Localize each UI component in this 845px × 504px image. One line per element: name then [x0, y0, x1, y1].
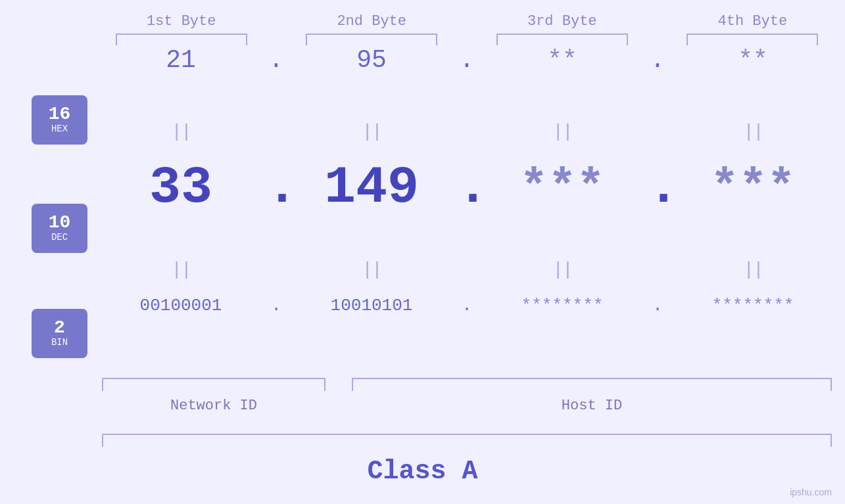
hex-dot2: .	[457, 46, 477, 74]
bin-b3: ********	[490, 296, 635, 315]
byte4-label: 4th Byte	[673, 13, 832, 30]
dec-b4: ***	[681, 161, 825, 215]
dec-row: 33 . 149 . *** . ***	[102, 158, 832, 218]
main-container: 1st Byte 2nd Byte 3rd Byte 4th Byte 16 H…	[0, 0, 845, 504]
class-label: Class A	[0, 457, 845, 486]
dec-badge-label: DEC	[51, 232, 68, 243]
dec-badge: 10 DEC	[32, 204, 87, 253]
watermark: ipshu.com	[790, 487, 832, 497]
dec-dot3: .	[648, 158, 667, 218]
bin-b2: 10010101	[299, 296, 444, 315]
hex-badge-label: HEX	[51, 124, 68, 135]
sep2-b4: ||	[681, 260, 825, 280]
byte2-header: 2nd Byte	[293, 13, 451, 45]
sep2-b3: ||	[490, 260, 635, 280]
sep2-b1: ||	[109, 260, 253, 280]
byte4-bracket	[687, 34, 818, 45]
byte4-header: 4th Byte	[673, 13, 832, 45]
separator-row-2: || || || ||	[102, 260, 832, 280]
network-bracket	[102, 378, 326, 391]
bin-b4: ********	[681, 296, 825, 315]
bin-badge-label: BIN	[51, 337, 68, 348]
dec-dot2: .	[457, 158, 477, 218]
network-id-label: Network ID	[102, 398, 326, 414]
sep1-b1: ||	[109, 122, 253, 142]
bin-badge-number: 2	[54, 319, 65, 337]
hex-dot3: .	[648, 46, 667, 74]
byte1-label: 1st Byte	[102, 13, 260, 30]
bin-b1: 00100001	[109, 296, 253, 315]
dec-b3: ***	[490, 161, 635, 215]
byte3-bracket	[496, 34, 628, 45]
byte2-label: 2nd Byte	[293, 13, 451, 30]
dec-badge-number: 10	[49, 214, 71, 232]
hex-badge-number: 16	[49, 105, 71, 124]
sep2-b2: ||	[299, 260, 444, 280]
overall-bracket	[102, 434, 832, 447]
hex-b3: **	[490, 46, 635, 74]
dec-b2: 149	[299, 158, 444, 218]
bin-row: 00100001 . 10010101 . ******** . *******…	[102, 296, 832, 315]
dec-dot1: .	[266, 158, 286, 218]
hex-b1: 21	[109, 46, 253, 74]
hex-dot1: .	[266, 46, 286, 74]
byte1-header: 1st Byte	[102, 13, 260, 45]
separator-row-1: || || || ||	[102, 122, 832, 142]
byte2-bracket	[306, 34, 437, 45]
byte3-label: 3rd Byte	[483, 13, 641, 30]
section-brackets	[102, 378, 832, 391]
bin-dot3: .	[648, 296, 667, 315]
bin-dot2: .	[457, 296, 477, 315]
sep1-b2: ||	[299, 122, 444, 142]
section-labels: Network ID Host ID	[102, 398, 832, 414]
bin-badge: 2 BIN	[32, 309, 87, 358]
bin-dot1: .	[266, 296, 286, 315]
byte-headers: 1st Byte 2nd Byte 3rd Byte 4th Byte	[102, 13, 832, 45]
hex-b4: **	[681, 46, 825, 74]
hex-b2: 95	[299, 46, 444, 74]
hex-row: 21 . 95 . ** . **	[102, 46, 832, 74]
host-bracket	[352, 378, 832, 391]
byte1-bracket	[116, 34, 247, 45]
byte3-header: 3rd Byte	[483, 13, 641, 45]
dec-b1: 33	[109, 158, 253, 218]
hex-badge: 16 HEX	[32, 95, 87, 145]
sep1-b4: ||	[681, 122, 825, 142]
sep1-b3: ||	[490, 122, 635, 142]
host-id-label: Host ID	[352, 398, 832, 414]
